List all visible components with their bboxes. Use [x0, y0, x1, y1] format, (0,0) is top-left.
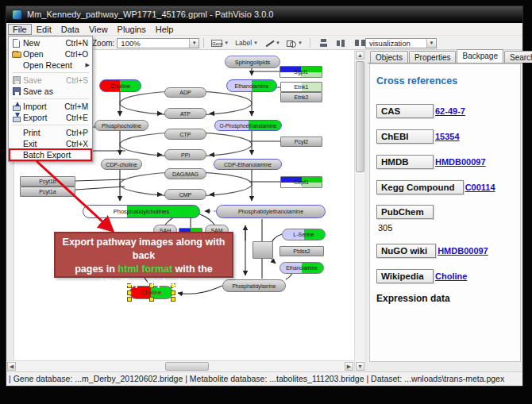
file-menu-item-print[interactable]: PrintCtrl+P	[10, 127, 91, 138]
pathway-node-phosphocholine[interactable]: Phosphocholine	[94, 120, 148, 131]
import-icon	[13, 106, 21, 111]
menu-bar: FileEditDataViewPluginsHelp	[6, 23, 522, 36]
menubar-item-plugins[interactable]: Plugins	[113, 24, 151, 35]
node-label: CDP-choline	[102, 160, 141, 169]
selection-handle[interactable]	[171, 290, 175, 295]
selection-handle[interactable]	[127, 297, 132, 302]
file-menu-item-open-recent[interactable]: Open Recent▶	[10, 60, 91, 71]
pathway-node-ctp[interactable]: CTP	[164, 129, 206, 140]
crossref-link[interactable]: 62-49-7	[435, 106, 465, 116]
pathway-node-pcyt2[interactable]: Pcyt2	[280, 137, 322, 147]
pathway-node-choline[interactable]: Choline	[99, 79, 141, 92]
selection-handle[interactable]	[149, 297, 154, 302]
menubar-item-help[interactable]: Help	[151, 24, 179, 35]
chevron-down-icon[interactable]: ▼	[298, 40, 303, 45]
menubar-item-file[interactable]: File	[8, 24, 32, 35]
pathway-node-ptdss2[interactable]: Ptdss2	[279, 246, 324, 256]
chevron-down-icon[interactable]: ▼	[224, 40, 229, 45]
pathway-node-sgpl1[interactable]: Sgpl1	[279, 66, 322, 78]
pathway-node-phosphatidylserine[interactable]: Phosphatidylserine	[222, 279, 286, 292]
crossref-link[interactable]: C00114	[465, 183, 495, 192]
pathway-node-dag-mag[interactable]: DAG/MAG	[164, 168, 206, 179]
file-menu-item-open[interactable]: OpenCtrl+O	[10, 48, 91, 60]
title-bar[interactable]: Mm_Kennedy_pathway_WP1771_45176.gpml - P…	[6, 6, 522, 23]
new-line-button[interactable]: ▼	[262, 37, 283, 48]
scroll-left-icon[interactable]: ◀	[7, 362, 16, 371]
selection-handle[interactable]	[171, 297, 175, 302]
scroll-right-icon[interactable]: ▶	[345, 362, 353, 371]
pathway-node-atp[interactable]: ATP	[164, 108, 206, 119]
chevron-down-icon[interactable]: ▼	[189, 39, 199, 48]
window-title: Mm_Kennedy_pathway_WP1771_45176.gpml - P…	[27, 10, 273, 19]
pathway-node-etnk2[interactable]: Etnk2	[280, 92, 322, 102]
pathway-node-cdp-choline[interactable]: CDP-choline	[101, 159, 142, 170]
backpage-panel[interactable]: Cross references CAS62-49-7ChEBI15354HMD…	[369, 63, 521, 362]
vertical-scroll-thumb[interactable]	[356, 61, 364, 172]
pathway-node-pcyt1b[interactable]: Pcyt1b	[20, 176, 75, 187]
new-gene-button[interactable]: Gene ▼	[209, 37, 231, 48]
pathway-node-l-serine[interactable]: L-Serine	[282, 229, 326, 240]
pathway-node-phosphatidylcholines[interactable]: Phosphatidylcholines	[83, 205, 200, 218]
pathway-node-cdp-ethanolamine[interactable]: CDP-Ethanolamine	[214, 159, 282, 170]
submenu-arrow-icon: ▶	[86, 62, 91, 68]
callout-line1: Export pathway images along with back	[56, 236, 232, 263]
pathway-node-etnk1[interactable]: Etnk1	[280, 82, 322, 92]
chevron-down-icon[interactable]: ▼	[426, 39, 436, 48]
pathway-node-adp[interactable]: ADP	[164, 87, 206, 98]
file-menu-item-new[interactable]: NewCtrl+N	[10, 37, 91, 48]
visualization-combobox[interactable]: visualization ▼	[365, 38, 437, 48]
canvas-vertical-scrollbar[interactable]: ▲ ▼	[354, 50, 364, 371]
pathway-node-cmp[interactable]: CMP	[164, 189, 206, 200]
scroll-up-icon[interactable]: ▲	[356, 51, 364, 60]
distribute-horizontal-button[interactable]	[354, 38, 366, 48]
menu-item-label: Print	[23, 128, 66, 137]
file-menu-item-save[interactable]: SaveCtrl+S	[10, 75, 91, 86]
zoom-combobox[interactable]: 100% ▼	[117, 38, 199, 48]
node-label: PPi	[165, 150, 206, 160]
crossref-link[interactable]: HMDB00097	[438, 246, 488, 256]
menubar-item-edit[interactable]: Edit	[32, 24, 56, 35]
new-label-button[interactable]: Label ▼	[233, 37, 260, 48]
node-label: DAG/MAG	[165, 169, 206, 179]
pathway-node-ethanolamine[interactable]: Ethanolamine	[226, 79, 277, 92]
chevron-down-icon[interactable]: ▼	[276, 40, 280, 45]
tab-properties[interactable]: Properties	[409, 51, 457, 63]
pathway-node-cept1[interactable]: Cept1	[280, 176, 322, 188]
new-shape-button[interactable]: ▼	[284, 37, 305, 48]
canvas-horizontal-scrollbar[interactable]: ◀ ▶	[6, 360, 354, 371]
tab-search[interactable]: Search	[504, 51, 532, 63]
crossref-link[interactable]: 15354	[435, 132, 460, 141]
menu-separator	[12, 72, 89, 73]
align-middle-button[interactable]	[336, 38, 348, 48]
file-menu-item-import[interactable]: ImportCtrl+M	[10, 101, 91, 112]
file-menu-item-exit[interactable]: ExitCtrl+X	[10, 138, 91, 149]
crossref-link[interactable]: HMDB00097	[435, 157, 486, 167]
menu-item-shortcut: Ctrl+M	[64, 102, 91, 111]
crossref-source-name: ChEBI	[376, 129, 434, 144]
align-center-button[interactable]	[318, 38, 330, 48]
tab-objects[interactable]: Objects	[370, 51, 408, 63]
pathway-node-pcyt1a[interactable]: Pcyt1a	[20, 187, 75, 197]
pathway-node-ethanolamine[interactable]: Ethanolamine	[279, 262, 324, 274]
scroll-down-icon[interactable]: ▼	[356, 362, 364, 371]
file-menu-item-save-as[interactable]: Save as	[10, 86, 91, 97]
pathway-node-ppi[interactable]: PPi	[164, 149, 206, 160]
pathway-node-o-phosphoethanolamine[interactable]: O-Phosphoethanolamine	[214, 120, 282, 131]
chevron-down-icon[interactable]: ▼	[253, 40, 258, 45]
pathway-node-phosphatidylethanolamine[interactable]: Phosphatidylethanolamine	[216, 205, 326, 218]
horizontal-scroll-thumb[interactable]	[165, 362, 209, 371]
selection-handle[interactable]	[127, 290, 132, 295]
tab-backpage[interactable]: Backpage	[457, 49, 503, 63]
file-menu-item-export[interactable]: ExportCtrl+E	[10, 112, 91, 123]
pathway-node-sphingolipids[interactable]: Sphingolipids	[225, 56, 280, 68]
menu-item-label: Save	[23, 75, 66, 85]
menubar-item-data[interactable]: Data	[56, 24, 84, 35]
menu-item-shortcut: Ctrl+N	[65, 39, 91, 48]
crossref-section-wikipedia: WikipediaCholine	[376, 267, 514, 283]
node-label: Phosphatidylethanolamine	[217, 206, 325, 217]
crossref-link[interactable]: Choline	[435, 271, 467, 281]
file-menu-item-batch-export[interactable]: Batch Export	[10, 149, 91, 160]
menubar-item-view[interactable]: View	[84, 24, 113, 35]
crossref-source-name: HMDB	[376, 155, 434, 169]
pathway-node-fragment[interactable]	[253, 241, 273, 259]
